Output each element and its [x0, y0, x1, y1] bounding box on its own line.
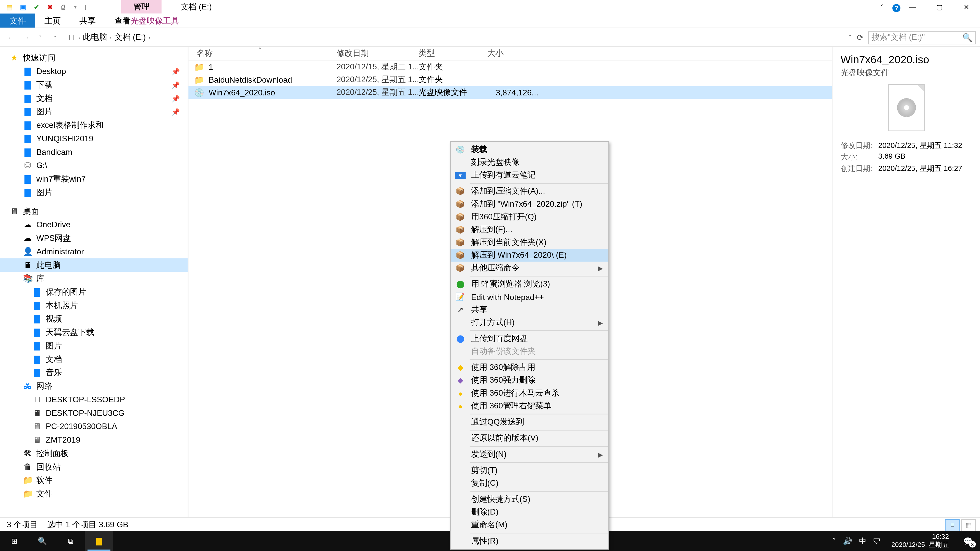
sidebar-item[interactable]: 🖥DESKTOP-NJEU3CG [0, 407, 188, 420]
ctx-delete[interactable]: 删除(D) [451, 506, 608, 519]
sidebar-item[interactable]: 🖥桌面 [0, 205, 188, 218]
sidebar-item[interactable]: ☁WPS网盘 [0, 231, 188, 245]
view-details-button[interactable]: ≡ [945, 519, 959, 531]
navigation-tree[interactable]: ★快速访问▇Desktop📌▇下载📌▇文档📌▇图片📌▇excel表格制作求和▇Y… [0, 47, 188, 517]
file-row[interactable]: 📁 1 2020/12/15, 星期二 1... 文件夹 [188, 60, 832, 73]
chevron-right-icon[interactable]: › [110, 34, 112, 41]
nav-recent-dropdown[interactable]: ˅ [34, 34, 47, 41]
ctx-extract-folder[interactable]: 📦解压到 Win7x64_2020\ (E) [451, 249, 608, 262]
sidebar-item[interactable]: ▇Bandicam [0, 145, 188, 159]
taskbar-explorer[interactable]: ▇ [85, 531, 113, 551]
sidebar-item[interactable]: 🖥ZMT2019 [0, 433, 188, 447]
ctx-add-archive[interactable]: 📦添加到压缩文件(A)... [451, 185, 608, 198]
file-row[interactable]: 💿 Win7x64_2020.iso 2020/12/25, 星期五 1... … [188, 86, 832, 99]
search-button[interactable]: 🔍 [28, 531, 57, 551]
chevron-right-icon[interactable]: › [148, 34, 151, 41]
sidebar-item[interactable]: ▇图片 [0, 339, 188, 353]
ctx-open-360zip[interactable]: 📦用360压缩打开(Q) [451, 210, 608, 223]
ctx-add-zip[interactable]: 📦添加到 "Win7x64_2020.zip" (T) [451, 198, 608, 210]
sidebar-item[interactable]: ▇视频 [0, 312, 188, 326]
ctx-youdao[interactable]: ▾上传到有道云笔记 [451, 169, 608, 182]
nav-forward-button[interactable]: → [19, 33, 32, 42]
sidebar-item[interactable]: ▇excel表格制作求和 [0, 118, 188, 132]
chevron-right-icon[interactable]: › [78, 34, 80, 41]
ctx-360-menu[interactable]: ●使用 360管理右键菜单 [451, 400, 608, 412]
ctx-share[interactable]: ↗共享 [451, 303, 608, 316]
sidebar-item[interactable]: 🖧网络 [0, 380, 188, 393]
col-date[interactable]: 修改日期 [337, 48, 419, 59]
search-input[interactable]: 搜索"文档 (E:)" 🔍 [868, 30, 976, 44]
ctx-other-compress[interactable]: 📦其他压缩命令▶ [451, 262, 608, 275]
view-icons-button[interactable]: ▦ [961, 519, 976, 531]
tab-file[interactable]: 文件 [0, 14, 35, 27]
ctx-shortcut[interactable]: 创建快捷方式(S) [451, 493, 608, 506]
sidebar-item[interactable]: ▇下载📌 [0, 78, 188, 92]
sidebar-item[interactable]: 👤Administrator [0, 245, 188, 259]
sidebar-item[interactable]: ▇文档 [0, 353, 188, 366]
sidebar-item[interactable]: 🖥PC-20190530OBLA [0, 420, 188, 433]
minimize-button[interactable]: — [899, 0, 926, 14]
col-type[interactable]: 类型 [418, 48, 487, 59]
sidebar-item[interactable]: ▇Desktop📌 [0, 65, 188, 78]
ctx-mount[interactable]: 💿装载 [451, 143, 608, 156]
sidebar-item[interactable]: ▇本机照片 [0, 299, 188, 312]
sidebar-item[interactable]: ☁OneDrive [0, 218, 188, 231]
col-name[interactable]: 名称˄ [188, 48, 336, 59]
ctx-notepad[interactable]: 📝Edit with Notepad++ [451, 291, 608, 303]
qat-dropdown-icon[interactable]: ▾ [74, 4, 77, 10]
sidebar-item[interactable]: ▇天翼云盘下载 [0, 326, 188, 339]
refresh-button[interactable]: ⟳ [853, 33, 867, 42]
sidebar-item[interactable]: ▇win7重装win7 [0, 172, 188, 186]
ctx-bee-browser[interactable]: ⬤用 蜂蜜浏览器 浏览(3) [451, 278, 608, 291]
help-button[interactable]: ? [892, 4, 900, 12]
sidebar-item[interactable]: 📁软件 [0, 473, 188, 487]
ctx-extract-here[interactable]: 📦解压到当前文件夹(X) [451, 236, 608, 249]
sidebar-item[interactable]: ▇图片 [0, 186, 188, 199]
ctx-qq-send[interactable]: 通过QQ发送到 [451, 416, 608, 429]
volume-icon[interactable]: 🔊 [843, 537, 853, 545]
ctx-properties[interactable]: 属性(R) [451, 535, 608, 548]
sidebar-item[interactable]: ▇YUNQISHI2019 [0, 132, 188, 145]
file-row[interactable]: 📁 BaiduNetdiskDownload 2020/12/25, 星期五 1… [188, 73, 832, 86]
sidebar-item[interactable]: ▇保存的图片 [0, 285, 188, 299]
nav-up-button[interactable]: ↑ [48, 33, 62, 42]
breadcrumb-drive[interactable]: 文档 (E:) [115, 32, 146, 43]
taskbar-clock[interactable]: 16:32 2020/12/25, 星期五 [887, 531, 953, 550]
ctx-open-with[interactable]: 打开方式(H)▶ [451, 316, 608, 329]
close-button[interactable]: ✕ [953, 0, 980, 14]
tray-up-icon[interactable]: ˄ [832, 537, 836, 545]
sidebar-item[interactable]: 🛠控制面板 [0, 447, 188, 460]
sidebar-item[interactable]: 🗑回收站 [0, 460, 188, 474]
ctx-restore[interactable]: 还原以前的版本(V) [451, 432, 608, 445]
maximize-button[interactable]: ▢ [926, 0, 953, 14]
nav-back-button[interactable]: ← [4, 33, 18, 42]
tab-home[interactable]: 主页 [35, 14, 70, 27]
ctx-extract-to[interactable]: 📦解压到(F)... [451, 223, 608, 236]
qat-folder-icon[interactable]: ▣ [18, 1, 28, 12]
sidebar-item[interactable]: ▇音乐 [0, 366, 188, 380]
task-view-button[interactable]: ⧉ [57, 531, 85, 551]
breadcrumb-this-pc[interactable]: 此电脑 [83, 32, 107, 43]
sidebar-item[interactable]: 🖥DESKTOP-LSSOEDP [0, 393, 188, 407]
breadcrumb[interactable]: 🖥 › 此电脑 › 文档 (E:) › [63, 32, 847, 43]
ctx-copy[interactable]: 复制(C) [451, 477, 608, 490]
ctx-360-force-delete[interactable]: ◆使用 360强力删除 [451, 374, 608, 387]
ctx-baidu[interactable]: ⬤上传到百度网盘 [451, 332, 608, 345]
file-list[interactable]: 名称˄ 修改日期 类型 大小 📁 1 2020/12/15, 星期二 1... … [188, 47, 832, 517]
qat-close-icon[interactable]: ✖ [45, 1, 55, 12]
ctx-burn[interactable]: 刻录光盘映像 [451, 156, 608, 169]
tab-iso-tools[interactable]: 光盘映像工具 [121, 14, 189, 29]
ctx-360-unlock[interactable]: ◆使用 360解除占用 [451, 361, 608, 374]
sidebar-item[interactable]: 🖥此电脑 [0, 259, 188, 272]
sidebar-item[interactable]: ▇图片📌 [0, 105, 188, 118]
sidebar-item[interactable]: 📚库 [0, 272, 188, 285]
sidebar-item[interactable]: 📁文件 [0, 487, 188, 500]
qat-check-icon[interactable]: ✔ [31, 1, 41, 12]
tab-share[interactable]: 共享 [70, 14, 105, 27]
notification-button[interactable]: 💬3 [959, 533, 976, 549]
ime-indicator[interactable]: 中 [859, 536, 866, 546]
start-button[interactable]: ⊞ [0, 531, 28, 551]
sidebar-item[interactable]: ⛁G:\ [0, 159, 188, 172]
address-dropdown-icon[interactable]: ˅ [849, 34, 852, 41]
qat-print-icon[interactable]: ⎙ [58, 1, 68, 12]
